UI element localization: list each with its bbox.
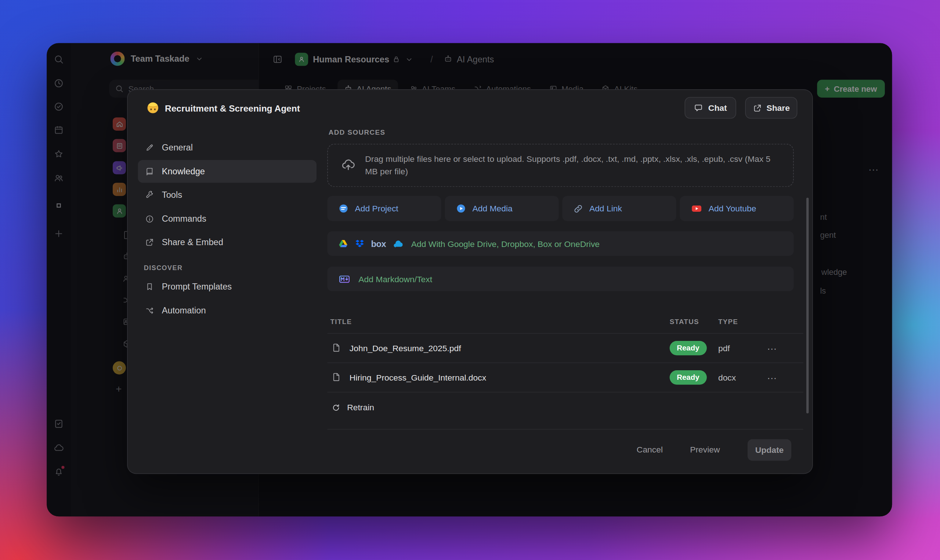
markdown-icon <box>338 273 351 284</box>
cancel-button[interactable]: Cancel <box>637 445 663 454</box>
modal-nav-prompt-templates[interactable]: Prompt Templates <box>138 275 317 298</box>
source-type: docx <box>718 373 736 382</box>
google-drive-icon <box>338 238 348 249</box>
cloud-integrations-row[interactable]: box Add With Google Drive, Dropbox, Box … <box>327 231 794 256</box>
preview-button[interactable]: Preview <box>690 445 720 454</box>
shuffle-icon <box>144 306 154 314</box>
add-project-button[interactable]: Add Project <box>327 196 441 221</box>
dropbox-icon <box>354 239 365 248</box>
divider <box>327 363 803 363</box>
discover-section-label: DISCOVER <box>144 264 183 272</box>
add-youtube-button[interactable]: Add Youtube <box>680 196 794 221</box>
onedrive-icon <box>392 239 405 248</box>
cloud-integrations-label: Add With Google Drive, Dropbox, Box or O… <box>411 239 599 248</box>
link-icon <box>573 203 584 214</box>
file-icon <box>331 343 341 352</box>
add-source-buttons: Add Project Add Media Add Link Add Youtu… <box>327 196 794 221</box>
dropzone-text: Drag multiple files here or select to up… <box>365 153 780 178</box>
box-icon: box <box>371 239 386 248</box>
divider <box>327 429 803 430</box>
source-title: Hiring_Process_Guide_Internal.docx <box>350 373 486 382</box>
add-markdown-row[interactable]: Add Markdown/Text <box>327 267 794 291</box>
table-header-type: TYPE <box>718 318 738 326</box>
project-icon <box>338 203 349 214</box>
row-menu-button[interactable]: … <box>767 342 777 352</box>
agent-emoji-icon <box>148 102 158 113</box>
app-window: Team Taskade Home <box>47 43 892 517</box>
upload-cloud-icon <box>341 158 356 172</box>
retrain-button[interactable]: Retrain <box>331 403 374 412</box>
modal-scrollbar[interactable] <box>806 198 809 414</box>
table-header-title: TITLE <box>330 318 352 326</box>
modal-share-button[interactable]: Share <box>745 97 797 118</box>
row-menu-button[interactable]: … <box>767 371 777 381</box>
agent-settings-modal: Recruitment & Screening Agent Chat Share… <box>128 90 812 473</box>
add-sources-label: ADD SOURCES <box>329 129 385 136</box>
add-link-button[interactable]: Add Link <box>562 196 676 221</box>
refresh-icon <box>331 403 341 412</box>
modal-nav-share-embed[interactable]: Share & Embed <box>138 231 317 254</box>
modal-nav-automation[interactable]: Automation <box>138 299 317 322</box>
wrench-icon <box>144 190 154 199</box>
youtube-icon <box>691 203 703 215</box>
modal-header: Recruitment & Screening Agent <box>148 102 300 113</box>
chat-button[interactable]: Chat <box>684 97 736 118</box>
file-icon <box>331 372 341 382</box>
desktop-background: Team Taskade Home <box>0 0 940 560</box>
file-dropzone[interactable]: Drag multiple files here or select to up… <box>327 144 794 187</box>
info-circle-icon <box>144 214 154 223</box>
update-button[interactable]: Update <box>747 439 791 461</box>
status-badge: Ready <box>670 341 706 355</box>
pencil-icon <box>144 143 154 152</box>
modal-nav-knowledge[interactable]: Knowledge <box>138 160 317 183</box>
share-arrow-icon <box>144 237 154 246</box>
modal-nav-commands[interactable]: Commands <box>138 207 317 230</box>
divider <box>327 333 803 334</box>
source-type: pdf <box>718 343 730 353</box>
bookmark-icon <box>144 282 154 291</box>
source-title: John_Doe_Resume_2025.pdf <box>350 343 461 353</box>
add-markdown-label: Add Markdown/Text <box>358 274 432 284</box>
modal-nav-tools[interactable]: Tools <box>138 183 317 206</box>
add-media-button[interactable]: Add Media <box>445 196 558 221</box>
media-play-icon <box>456 203 466 214</box>
status-badge: Ready <box>670 370 706 385</box>
book-icon <box>144 167 154 176</box>
modal-nav-general[interactable]: General <box>138 136 317 159</box>
table-header-status: STATUS <box>670 318 699 326</box>
modal-title: Recruitment & Screening Agent <box>165 103 300 113</box>
divider <box>327 392 803 393</box>
